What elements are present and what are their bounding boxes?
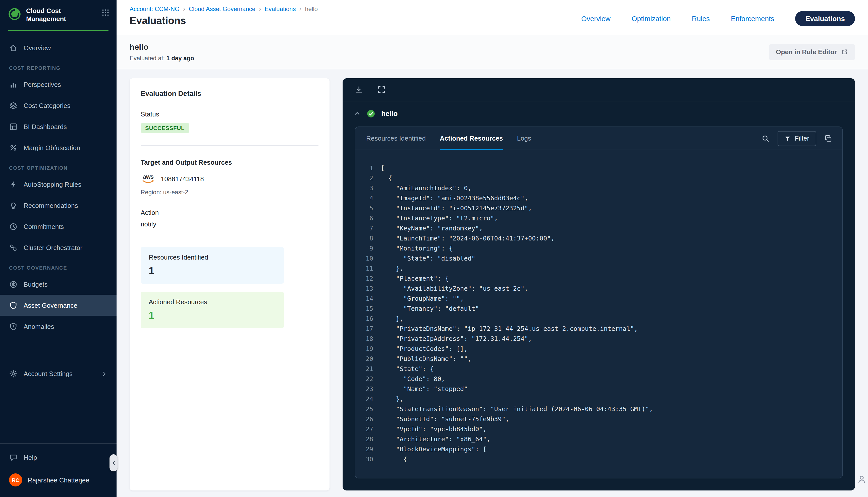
success-check-icon <box>367 109 375 118</box>
open-rule-editor-button[interactable]: Open in Rule Editor <box>769 44 855 60</box>
help-label: Help <box>24 454 37 461</box>
viewer-card: Resources IdentifiedActioned ResourcesLo… <box>355 127 843 479</box>
line-number: 28 <box>355 434 373 444</box>
region-text: Region: us-east-2 <box>141 189 319 196</box>
code-line: 21 "State": { <box>355 364 842 374</box>
code-line: 7 "KeyName": "randomkey", <box>355 223 842 233</box>
evaluated-at-label: Evaluated at: <box>130 55 165 61</box>
line-number: 12 <box>355 274 373 284</box>
code-line: 24 }, <box>355 394 842 404</box>
viewer-tab-actions: Filter <box>761 127 837 150</box>
fullscreen-icon[interactable] <box>377 85 386 94</box>
sidebar-item-label: Margin Obfuscation <box>24 144 80 151</box>
sidebar-item-autostopping-rules[interactable]: AutoStopping Rules <box>0 174 116 195</box>
code-lines: 1[2 {3 "AmiLaunchIndex": 0,4 "ImageId": … <box>355 163 842 464</box>
sidebar-item-perspectives[interactable]: Perspectives <box>0 74 116 95</box>
evaluation-heading: hello Evaluated at:1 day ago <box>130 42 194 61</box>
breadcrumb-item[interactable]: Cloud Asset Governance <box>188 5 255 12</box>
download-icon[interactable] <box>355 85 363 94</box>
line-number: 3 <box>355 183 373 193</box>
sidebar-footer: Help RC Rajarshee Chatterjee <box>0 443 116 497</box>
line-number: 19 <box>355 344 373 354</box>
header-nav-evaluations[interactable]: Evaluations <box>795 11 855 26</box>
code-text: }, <box>373 314 403 324</box>
tab-actioned-resources[interactable]: Actioned Resources <box>440 127 503 150</box>
sidebar-item-asset-governance[interactable]: Asset Governance <box>0 295 116 316</box>
sidebar-item-label: Recommendations <box>24 201 78 209</box>
header-nav-enforcements[interactable]: Enforcements <box>731 15 774 23</box>
code-line: 13 "AvailabilityZone": "us-east-2c", <box>355 284 842 294</box>
viewer-title: hello <box>381 110 397 117</box>
collapse-chevron-icon[interactable] <box>354 110 361 117</box>
tab-logs[interactable]: Logs <box>517 127 531 150</box>
sidebar-item-cost-categories[interactable]: Cost Categories <box>0 95 116 116</box>
app-title: Cloud Cost Management <box>26 7 96 23</box>
code-text: }, <box>373 394 403 404</box>
breadcrumb-item[interactable]: Account: CCM-NG <box>130 5 180 12</box>
header-nav-optimization[interactable]: Optimization <box>632 15 671 23</box>
code-text: "SubnetId": "subnet-75fe9b39", <box>373 414 509 424</box>
tab-resources-identified[interactable]: Resources Identified <box>366 127 426 150</box>
sidebar-item-anomalies[interactable]: Anomalies <box>0 316 116 337</box>
evaluation-viewer-panel: hello Resources IdentifiedActioned Resou… <box>342 78 855 491</box>
code-text: "Architecture": "x86_64", <box>373 434 490 444</box>
code-text: "LaunchTime": "2024-06-06T04:41:37+00:00… <box>373 233 555 243</box>
header-nav-overview[interactable]: Overview <box>581 15 611 23</box>
sidebar-item-overview[interactable]: Overview <box>0 37 116 58</box>
sidebar-collapse-handle[interactable] <box>110 454 117 471</box>
code-text: "ProductCodes": [], <box>373 344 468 354</box>
code-viewer[interactable]: 1[2 {3 "AmiLaunchIndex": 0,4 "ImageId": … <box>355 150 842 478</box>
anomaly-icon <box>9 322 17 330</box>
line-number: 23 <box>355 384 373 394</box>
status-label: Status <box>141 111 319 118</box>
sidebar-item-budgets[interactable]: Budgets <box>0 274 116 295</box>
resources-identified-box: Resources Identified 1 <box>141 247 284 284</box>
aws-logo-icon: aws <box>141 174 156 184</box>
code-text: "PublicDnsName": "", <box>373 354 472 364</box>
line-number: 21 <box>355 364 373 374</box>
sidebar-item-cluster-orchestrator[interactable]: Cluster Orchestrator <box>0 237 116 258</box>
sidebar-item-account-settings[interactable]: Account Settings <box>0 363 116 384</box>
page-header: Account: CCM-NG›Cloud Asset Governance›E… <box>116 0 868 35</box>
header-nav-rules[interactable]: Rules <box>692 15 710 23</box>
user-profile[interactable]: RC Rajarshee Chatterjee <box>0 468 116 492</box>
viewer-tabs-row: Resources IdentifiedActioned ResourcesLo… <box>355 127 842 150</box>
chevron-left-icon <box>111 460 116 466</box>
copy-icon[interactable] <box>824 134 832 142</box>
line-number: 30 <box>355 454 373 464</box>
actioned-resources-box: Actioned Resources 1 <box>141 292 284 328</box>
code-line: 15 "Tenancy": "default" <box>355 304 842 314</box>
target-resources-title: Target and Output Resources <box>141 159 319 166</box>
app-title-line1: Cloud Cost <box>26 7 96 15</box>
sidebar-item-bi-dashboards[interactable]: BI Dashboards <box>0 116 116 137</box>
feedback-widget-icon[interactable] <box>857 474 867 484</box>
code-text: "State": "disabled" <box>373 254 475 264</box>
evaluation-name: hello <box>130 42 194 52</box>
line-number: 6 <box>355 213 373 223</box>
filter-button[interactable]: Filter <box>778 131 816 146</box>
code-text: "AmiLaunchIndex": 0, <box>373 183 472 193</box>
code-text: }, <box>373 264 403 274</box>
breadcrumb-item[interactable]: Evaluations <box>265 5 296 12</box>
sidebar-item-recommendations[interactable]: Recommendations <box>0 195 116 216</box>
sidebar: Cloud Cost Management OverviewCOST REPOR… <box>0 0 116 497</box>
help-button[interactable]: Help <box>0 447 116 468</box>
line-number: 4 <box>355 193 373 203</box>
sidebar-item-label: Perspectives <box>24 81 61 88</box>
filter-label: Filter <box>795 134 809 142</box>
search-icon[interactable] <box>761 134 770 142</box>
open-rule-editor-label: Open in Rule Editor <box>776 48 837 56</box>
line-number: 22 <box>355 374 373 384</box>
code-line: 4 "ImageId": "ami-002438e556dd03e4c", <box>355 193 842 203</box>
module-picker-icon[interactable] <box>101 9 110 17</box>
breadcrumb: Account: CCM-NG›Cloud Asset Governance›E… <box>130 5 318 13</box>
code-text: "Name": "stopped" <box>373 384 468 394</box>
sidebar-item-commitments[interactable]: Commitments <box>0 216 116 237</box>
sidebar-item-margin-obfuscation[interactable]: Margin Obfuscation <box>0 137 116 158</box>
viewer-title-row: hello <box>342 101 855 126</box>
module-accent-bar <box>8 30 109 31</box>
line-number: 27 <box>355 424 373 434</box>
line-number: 9 <box>355 243 373 254</box>
code-line: 30 { <box>355 454 842 464</box>
line-number: 29 <box>355 444 373 454</box>
